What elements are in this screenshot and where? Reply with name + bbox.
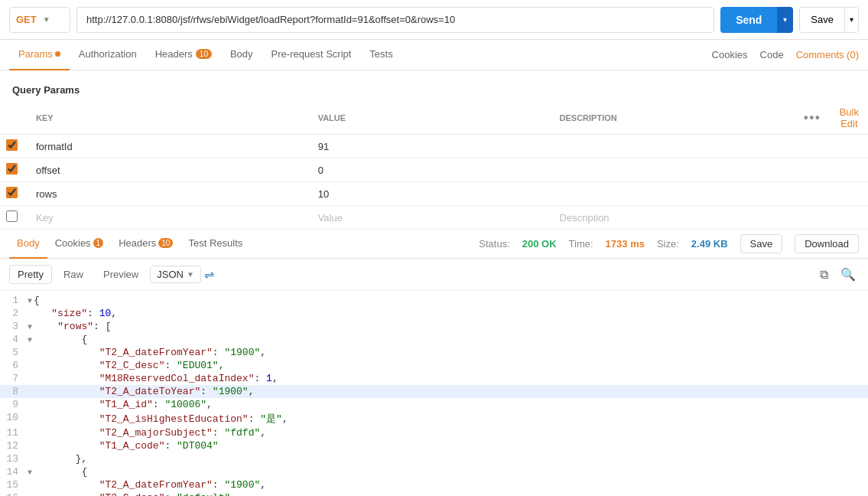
line-content: "T2_A_isHighestEducation": "是", — [28, 412, 868, 426]
table-row: offset 0 — [0, 158, 868, 182]
param-value-1: 0 — [318, 165, 323, 176]
response-tab-headers[interactable]: Headers10 — [111, 230, 180, 259]
preview-button[interactable]: Preview — [95, 265, 147, 284]
copy-icon[interactable]: ⧉ — [817, 266, 831, 283]
expand-icon[interactable]: ▼ — [28, 468, 32, 477]
tab-prerequest[interactable]: Pre-request Script — [262, 40, 361, 70]
query-params-title: Query Params — [12, 84, 856, 96]
save-button[interactable]: Save — [800, 8, 844, 32]
expand-icon[interactable]: ▼ — [28, 336, 32, 344]
line-content: "T2_A_majorSubject": "fdfd", — [28, 427, 868, 439]
code-line: 9 "T1_A_id": "10006", — [0, 398, 868, 411]
line-number: 16 — [0, 492, 28, 496]
url-input[interactable] — [76, 7, 714, 33]
method-select[interactable]: GET ▼ — [9, 7, 70, 33]
time-label: Time: — [569, 238, 593, 250]
param-checkbox-1[interactable] — [6, 163, 18, 175]
more-options-icon[interactable]: ••• — [804, 111, 821, 124]
code-line: 10 "T2_A_isHighestEducation": "是", — [0, 411, 868, 426]
line-number: 1 — [0, 295, 28, 306]
param-value-2: 10 — [318, 188, 329, 200]
line-content: "T1_A_code": "DT004" — [28, 440, 868, 452]
code-area[interactable]: 1▼{2 "size": 10,3▼ "rows": [4▼ {5 "T2_A_… — [0, 291, 868, 496]
code-line: 8 "T2_A_dateToYear": "1900", — [0, 385, 868, 398]
line-content: ▼ { — [28, 466, 868, 478]
code-link[interactable]: Code — [760, 49, 784, 60]
param-checkbox-2[interactable] — [6, 187, 18, 198]
col-key: KEY — [27, 102, 309, 135]
raw-button[interactable]: Raw — [55, 265, 92, 284]
format-select[interactable]: JSON ▼ — [150, 266, 201, 283]
search-icon[interactable]: 🔍 — [837, 266, 859, 283]
code-line: 3▼ "rows": [ — [0, 320, 868, 333]
line-content: ▼ { — [28, 334, 868, 345]
tab-right-actions: Cookies Code Comments (0) — [712, 49, 859, 60]
line-number: 3 — [0, 321, 28, 332]
tab-tests[interactable]: Tests — [360, 40, 401, 70]
bulk-edit-header: Bulk Edit — [831, 102, 868, 135]
save-button-group: Save ▾ — [799, 7, 859, 33]
line-number: 14 — [0, 466, 28, 478]
response-save-button[interactable]: Save — [740, 234, 783, 253]
size-value: 2.49 KB — [691, 238, 728, 250]
line-content: ▼{ — [28, 295, 868, 306]
tab-body[interactable]: Body — [221, 40, 262, 70]
status-label: Status: — [479, 238, 509, 250]
code-line: 11 "T2_A_majorSubject": "fdfd", — [0, 426, 868, 439]
tab-params[interactable]: Params — [9, 40, 70, 70]
send-button[interactable]: Send — [720, 7, 777, 33]
param-key-1: offset — [36, 165, 60, 176]
line-number: 11 — [0, 427, 28, 439]
line-number: 6 — [0, 360, 28, 371]
line-number: 4 — [0, 334, 28, 345]
download-button[interactable]: Download — [795, 234, 859, 253]
status-info: Status: 200 OK Time: 1733 ms Size: 2.49 … — [479, 234, 859, 253]
format-chevron: ▼ — [187, 270, 194, 279]
line-content: "T1_A_id": "10006", — [28, 399, 868, 410]
status-value: 200 OK — [522, 238, 557, 250]
line-number: 8 — [0, 386, 28, 397]
param-checkbox-new[interactable] — [6, 210, 18, 222]
line-content: "size": 10, — [28, 308, 868, 319]
request-tabs: Params Authorization Headers10 Body Pre-… — [0, 40, 868, 70]
format-toggle-icon[interactable]: ⇌ — [204, 267, 214, 282]
code-line: 5 "T2_A_dateFromYear": "1900", — [0, 346, 868, 359]
bulk-edit-button[interactable]: Bulk Edit — [840, 106, 859, 129]
col-actions: ••• — [795, 102, 831, 135]
param-key-2: rows — [36, 188, 57, 200]
cookies-link[interactable]: Cookies — [712, 49, 748, 60]
format-right-icons: ⧉ 🔍 — [817, 266, 859, 283]
col-description: DESCRIPTION — [551, 102, 795, 135]
param-value-0: 91 — [318, 141, 329, 152]
response-tab-test-results[interactable]: Test Results — [180, 230, 250, 259]
comments-link[interactable]: Comments (0) — [796, 49, 859, 60]
response-headers-badge: 10 — [158, 238, 173, 248]
line-content: "M18ReservedCol_dataIndex": 1, — [28, 373, 868, 384]
tab-headers[interactable]: Headers10 — [146, 40, 221, 70]
response-tab-cookies[interactable]: Cookies1 — [47, 230, 112, 259]
expand-icon[interactable]: ▼ — [28, 297, 32, 305]
code-line: 14▼ { — [0, 465, 868, 478]
format-toolbar: Pretty Raw Preview JSON ▼ ⇌ ⧉ 🔍 — [0, 259, 868, 291]
tab-authorization[interactable]: Authorization — [70, 40, 146, 70]
expand-icon[interactable]: ▼ — [28, 323, 32, 331]
line-content: ▼ "rows": [ — [28, 321, 868, 332]
cookies-count-badge: 1 — [93, 238, 104, 248]
code-line: 7 "M18ReservedCol_dataIndex": 1, — [0, 372, 868, 385]
save-arrow-button[interactable]: ▾ — [844, 8, 858, 32]
col-check — [0, 102, 27, 135]
param-key-placeholder: Key — [36, 212, 53, 224]
line-content: "T2_C_desc": "default", — [28, 492, 868, 496]
code-line: 4▼ { — [0, 333, 868, 346]
param-checkbox-0[interactable] — [6, 139, 18, 151]
send-arrow-button[interactable]: ▾ — [777, 7, 793, 33]
line-number: 5 — [0, 347, 28, 358]
pretty-button[interactable]: Pretty — [9, 265, 52, 284]
table-row: rows 10 — [0, 182, 868, 206]
line-content: }, — [28, 453, 868, 465]
response-tab-body[interactable]: Body — [9, 230, 47, 259]
line-content: "T2_A_dateToYear": "1900", — [28, 386, 868, 397]
code-line: 1▼{ — [0, 294, 868, 307]
line-number: 13 — [0, 453, 28, 465]
code-line: 6 "T2_C_desc": "EDU01", — [0, 359, 868, 372]
